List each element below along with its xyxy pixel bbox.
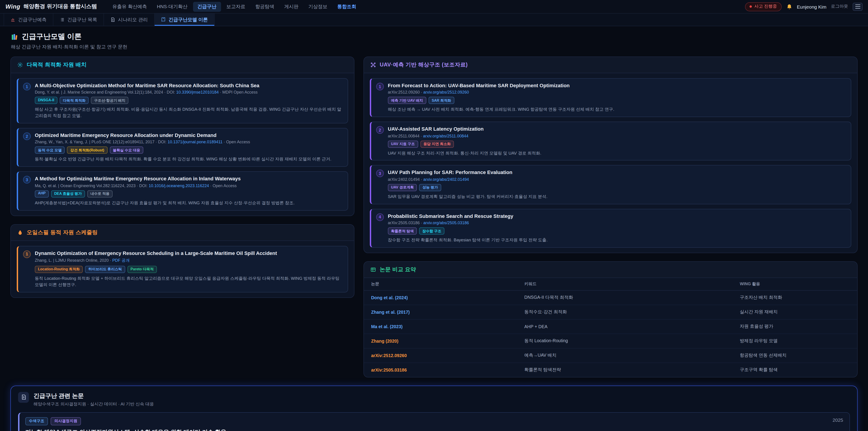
table-row: arXiv:2505.03186 확률론적 탐색전략 구조구역 확률 탐색 xyxy=(364,363,857,377)
tag: DEA 효율성 평가 xyxy=(51,190,85,197)
paper-title: Probabilistic Submarine Search and Rescu… xyxy=(388,213,846,219)
tag: 다목적 최적화 xyxy=(60,97,89,104)
wing-usage-cell: 실시간 자원 재배치 xyxy=(740,309,850,315)
book-icon xyxy=(161,17,166,22)
card-uav-sar: UAV·예측 기반 해상구조 (보조자료) 1 From Forecast to… xyxy=(364,57,858,253)
paper-body: A Method for Optimizing Maritime Emergen… xyxy=(35,176,343,206)
paper-description: 동적 Location-Routing 최적화 모델 + 하이브리드 휴리스틱 … xyxy=(35,276,343,288)
nav-item-emergency-rescue[interactable]: 긴급구난 xyxy=(193,2,221,11)
tag: UAV 지원 구조 xyxy=(388,140,418,148)
nav-item-oil-spill[interactable]: 유출유 확산예측 xyxy=(108,2,151,11)
paper-description: UAV 지원 해상 구조 처리·지연 최적화. 통신·처리 지연 모델링 및 U… xyxy=(388,150,846,157)
page-header: 긴급구난모델 이론 해상 긴급구난 자원 배치·최적화 이론 및 참고 연구 문… xyxy=(0,26,868,54)
paper-number: 3 xyxy=(376,170,384,177)
keywords-cell: 동적 Location-Routing xyxy=(524,338,740,344)
paper-arxiv-link[interactable]: arxiv.org/abs/2402.01494 xyxy=(423,177,469,182)
nav-item-board[interactable]: 게시판 xyxy=(280,2,303,11)
card-body: 1 Dynamic Optimization of Emergency Reso… xyxy=(11,241,354,297)
alert-dot-icon xyxy=(750,5,752,8)
paper-link[interactable]: Dong et al. (2024) xyxy=(371,295,524,300)
wing-usage-cell: 방제정 라우팅 모델 xyxy=(740,338,850,344)
related-heading: 긴급구난 관련 논문 해양수색구조 의사결정지원 · 실시간 데이터 · AI … xyxy=(33,392,154,407)
tag: 내수로 적용 xyxy=(87,190,113,197)
paper-doi-link[interactable]: 10.1016/j.oceaneng.2023.116224 xyxy=(149,183,209,188)
paper-meta: Dong, Y. et al. | J. Marine Science and … xyxy=(35,90,343,95)
tab-scenario-management[interactable]: 시나리오 관리 xyxy=(104,13,155,26)
nav-item-integrated-search[interactable]: 통합조회 xyxy=(333,2,361,11)
paper-meta: Ma, Q. et al. | Ocean Engineering Vol.28… xyxy=(35,183,343,188)
tag: 하이브리드 휴리스틱 xyxy=(85,266,125,273)
paper-link[interactable]: Ma et al. (2023) xyxy=(371,324,524,329)
paper-doi-link[interactable]: 10.1371/journal.pone.0189411 xyxy=(167,140,222,145)
nav-item-hns[interactable]: HNS·대기확산 xyxy=(152,2,192,11)
nav-item-reports[interactable]: 보고자료 xyxy=(222,2,250,11)
paper-arxiv-link[interactable]: arxiv.org/abs/2512.09260 xyxy=(423,90,469,95)
paper-item: 1 A Multi-Objective Optimization Method … xyxy=(17,78,348,123)
paper-title: UAV Path Planning for SAR: Performance E… xyxy=(388,169,846,176)
related-entry: 2025 수색구조 의사결정지원 지능형 해양수색구조 의사결정지원시스템: 신… xyxy=(18,412,850,431)
top-navigation-bar: Wing 해양환경 위기대응 통합시스템 유출유 확산예측 HNS·대기확산 긴… xyxy=(0,0,868,13)
paper-item: 3 UAV Path Planning for SAR: Performance… xyxy=(370,165,851,204)
card-header: UAV·예측 기반 해상구조 (보조자료) xyxy=(364,57,857,73)
keywords-cell: AHP + DEA xyxy=(524,324,740,329)
tag: 의사결정지원 xyxy=(51,417,81,425)
paper-link[interactable]: Zhang et al. (2017) xyxy=(371,310,524,315)
tab-label: 시나리오 관리 xyxy=(118,17,148,23)
paper-tags: UAV 경로계획 성능 평가 xyxy=(388,184,846,191)
paper-meta: arXiv:2505.03186 · arxiv.org/abs/2505.03… xyxy=(388,221,846,225)
page-title: 긴급구난모델 이론 xyxy=(22,32,82,41)
tab-rescue-prediction[interactable]: 긴급구난예측 xyxy=(4,13,53,26)
entry-tags: 수색구조 의사결정지원 xyxy=(25,417,844,425)
incident-status-badge[interactable]: 사고 진행중 xyxy=(745,2,781,11)
paper-link[interactable]: arXiv:2505.03186 xyxy=(371,368,524,372)
hamburger-menu-button[interactable] xyxy=(852,2,863,11)
paper-number: 3 xyxy=(23,176,31,184)
paper-number: 2 xyxy=(23,132,31,140)
paper-tags: AHP DEA 효율성 평가 내수로 적용 xyxy=(35,190,343,197)
wing-usage-cell: 항공탐색 연동 선제배치 xyxy=(740,352,850,359)
paper-link[interactable]: arXiv:2512.09260 xyxy=(371,353,524,358)
table-icon xyxy=(370,267,376,273)
tag: DNSGA-II xyxy=(35,97,57,104)
entry-year: 2025 xyxy=(833,417,843,423)
list-icon xyxy=(60,17,65,22)
paper-body: Probabilistic Submarine Search and Rescu… xyxy=(388,213,846,243)
chart-icon xyxy=(10,17,16,22)
column-header-wing: WING 활용 xyxy=(740,281,850,287)
document-icon xyxy=(21,394,26,400)
paper-authors: Zhang, L. | LJMU Research Online, 2020 · xyxy=(35,258,112,263)
paper-number: 1 xyxy=(376,83,384,90)
tab-rescue-model-theory[interactable]: 긴급구난모델 이론 xyxy=(155,13,215,26)
logout-button[interactable]: 로그아웃 xyxy=(831,4,848,9)
paper-pdf-link[interactable]: PDF 공개 xyxy=(112,258,130,263)
paper-item: 2 Optimized Maritime Emergency Resource … xyxy=(17,128,348,167)
table-header-row: 논문 키워드 WING 활용 xyxy=(364,278,857,291)
paper-arxiv-link[interactable]: arxiv.org/abs/2505.03186 xyxy=(423,221,469,225)
sub-tab-bar: 긴급구난예측 긴급구난 목록 시나리오 관리 긴급구난모델 이론 xyxy=(0,13,868,26)
tab-rescue-list[interactable]: 긴급구난 목록 xyxy=(53,13,104,26)
nav-item-weather[interactable]: 기상정보 xyxy=(304,2,332,11)
paper-item: 4 Probabilistic Submarine Search and Res… xyxy=(370,209,851,247)
paper-tags: 확률론적 탐색 잠수함 구조 xyxy=(388,227,846,235)
notification-bell-icon[interactable] xyxy=(786,3,792,10)
paper-arxiv-link[interactable]: arxiv.org/abs/2511.00844 xyxy=(423,133,468,138)
paper-tags: DNSGA-II 다목적 최적화 구조선·항공기 배치 xyxy=(35,97,343,104)
paper-tags: Location-Routing 최적화 하이브리드 휴리스틱 Pareto 다… xyxy=(35,266,343,273)
paper-item: 2 UAV-Assisted SAR Latency Optimization … xyxy=(370,122,851,160)
gear-icon xyxy=(17,62,23,68)
keywords-cell: 동적수요·강건 최적화 xyxy=(524,309,740,315)
paper-meta: Zhang, W., Yan, X. & Yang, J. | PLoS ONE… xyxy=(35,140,343,145)
paper-title: A Method for Optimizing Maritime Emergen… xyxy=(35,176,343,182)
nav-item-aerial-search[interactable]: 항공탐색 xyxy=(251,2,279,11)
paper-link[interactable]: Zhang (2020) xyxy=(371,339,524,343)
comparison-table: 논문 키워드 WING 활용 Dong et al. (2024) DNSGA-… xyxy=(364,278,857,377)
card-related-papers: 긴급구난 관련 논문 해양수색구조 의사결정지원 · 실시간 데이터 · AI … xyxy=(10,386,858,431)
tag: 응답 지연 최소화 xyxy=(420,140,454,148)
column-header-keywords: 키워드 xyxy=(524,281,740,287)
paper-meta-suffix: · MDPI Open Access xyxy=(219,90,258,95)
paper-doi-link[interactable]: 10.3390/jmse12010184 xyxy=(176,90,219,95)
paper-title: UAV-Assisted SAR Latency Optimization xyxy=(388,126,846,132)
card-paper-comparison: 논문 비교 요약 논문 키워드 WING 활용 Dong et al. (202… xyxy=(364,261,858,377)
paper-authors: Dong, Y. et al. | J. Marine Science and … xyxy=(35,90,176,95)
paper-body: A Multi-Objective Optimization Method fo… xyxy=(35,82,343,119)
